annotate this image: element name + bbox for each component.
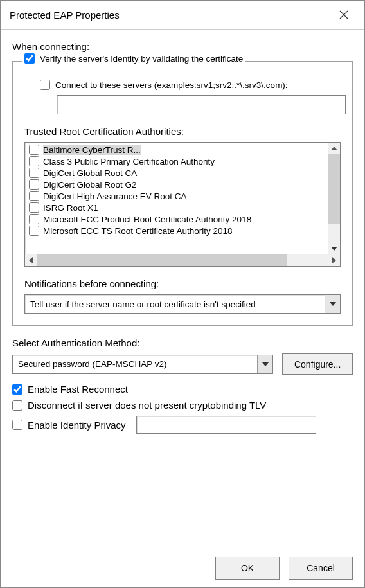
scroll-left-button[interactable] — [25, 254, 37, 266]
horizontal-scrollbar[interactable] — [25, 254, 340, 266]
configure-button-label: Configure... — [294, 359, 341, 370]
trusted-root-listbox[interactable]: Baltimore CyberTrust R...Class 3 Public … — [24, 142, 341, 267]
dialog-footer: OK Cancel — [12, 541, 353, 580]
trusted-root-item-label: DigiCert Global Root G2 — [43, 180, 137, 190]
trusted-root-list-inner: Baltimore CyberTrust R...Class 3 Public … — [25, 143, 340, 266]
trusted-root-item-checkbox[interactable] — [29, 179, 39, 190]
auth-method-dropdown[interactable]: Secured password (EAP-MSCHAP v2) — [12, 355, 273, 374]
trusted-root-item[interactable]: Microsoft ECC TS Root Certificate Author… — [25, 225, 340, 236]
disconnect-cryptobinding-label: Disconnect if server does not present cr… — [28, 400, 266, 411]
cancel-button-label: Cancel — [307, 563, 335, 573]
fast-reconnect-row: Enable Fast Reconnect — [12, 384, 353, 395]
trusted-root-item-checkbox[interactable] — [29, 156, 39, 166]
trusted-root-item-label: Class 3 Public Primary Certification Aut… — [43, 157, 215, 166]
trusted-root-item[interactable]: DigiCert Global Root G2 — [25, 179, 340, 190]
enable-identity-privacy-label: Enable Identity Privacy — [28, 420, 126, 431]
trusted-root-item[interactable]: DigiCert High Assurance EV Root CA — [25, 190, 340, 202]
notifications-dropdown[interactable]: Tell user if the server name or root cer… — [24, 294, 341, 314]
verify-group: Verify the server's identity by validati… — [12, 61, 353, 326]
auth-method-heading: Select Authentication Method: — [12, 337, 353, 348]
verify-legend: Verify the server's identity by validati… — [22, 53, 245, 64]
chevron-down-icon — [330, 302, 336, 306]
chevron-down-icon — [331, 247, 337, 251]
trusted-root-item-label: Microsoft ECC TS Root Certificate Author… — [43, 226, 233, 236]
connect-servers-input[interactable] — [57, 95, 346, 114]
trusted-root-item-label: DigiCert High Assurance EV Root CA — [43, 192, 187, 201]
auth-method-dropdown-button[interactable] — [257, 355, 272, 373]
chevron-right-icon — [332, 257, 336, 263]
trusted-root-item-checkbox[interactable] — [29, 226, 39, 236]
close-button[interactable] — [331, 6, 357, 24]
vertical-scrollbar-thumb[interactable] — [328, 154, 340, 224]
identity-privacy-input[interactable] — [136, 416, 316, 434]
identity-privacy-row: Enable Identity Privacy — [12, 416, 353, 434]
trusted-root-item-checkbox[interactable] — [29, 191, 39, 201]
notifications-dropdown-button[interactable] — [325, 295, 340, 313]
trusted-root-item-checkbox[interactable] — [29, 214, 39, 224]
ok-button-label: OK — [241, 563, 254, 573]
when-connecting-heading: When connecting: — [12, 41, 353, 52]
cancel-button[interactable]: Cancel — [289, 557, 353, 580]
chevron-up-icon — [331, 147, 337, 150]
enable-fast-reconnect-label: Enable Fast Reconnect — [28, 384, 128, 395]
disconnect-cryptobinding-checkbox[interactable] — [12, 400, 22, 411]
dialog-window: Protected EAP Properties When connecting… — [0, 0, 365, 588]
trusted-root-item-checkbox[interactable] — [29, 168, 39, 178]
scroll-down-button[interactable] — [328, 243, 340, 254]
notifications-dropdown-text: Tell user if the server name or root cer… — [25, 295, 325, 313]
verify-server-identity-checkbox[interactable] — [24, 53, 35, 64]
chevron-down-icon — [262, 362, 269, 366]
vertical-scrollbar[interactable] — [328, 143, 340, 254]
horizontal-scrollbar-track — [37, 254, 328, 266]
trusted-root-item-checkbox[interactable] — [29, 202, 39, 213]
scroll-right-button[interactable] — [328, 254, 340, 266]
notifications-heading: Notifications before connecting: — [24, 278, 341, 289]
auth-method-dropdown-text: Secured password (EAP-MSCHAP v2) — [13, 355, 257, 373]
trusted-root-item-label: Baltimore CyberTrust R... — [43, 145, 141, 155]
trusted-root-item[interactable]: Microsoft ECC Product Root Certificate A… — [25, 213, 340, 225]
auth-row: Secured password (EAP-MSCHAP v2) Configu… — [12, 353, 353, 375]
close-icon — [339, 10, 348, 19]
chevron-left-icon — [29, 257, 33, 263]
trusted-root-item-label: ISRG Root X1 — [43, 203, 98, 213]
scroll-up-button[interactable] — [328, 143, 340, 154]
trusted-root-item-checkbox[interactable] — [29, 145, 39, 155]
window-title: Protected EAP Properties — [10, 10, 120, 21]
connect-servers-checkbox[interactable] — [40, 80, 50, 90]
connect-servers-label: Connect to these servers (examples:srv1;… — [55, 80, 288, 90]
dialog-body: When connecting: Verify the server's ide… — [1, 30, 364, 587]
trusted-root-item[interactable]: Class 3 Public Primary Certification Aut… — [25, 156, 340, 167]
titlebar: Protected EAP Properties — [1, 1, 364, 30]
verify-server-identity-label: Verify the server's identity by validati… — [40, 54, 243, 64]
enable-identity-privacy-checkbox[interactable] — [12, 420, 22, 430]
trusted-root-item-label: DigiCert Global Root CA — [43, 168, 137, 178]
enable-fast-reconnect-checkbox[interactable] — [12, 384, 22, 395]
trusted-root-heading: Trusted Root Certification Authorities: — [24, 126, 341, 137]
configure-button[interactable]: Configure... — [282, 353, 353, 375]
trusted-root-item[interactable]: ISRG Root X1 — [25, 202, 340, 213]
horizontal-scrollbar-thumb[interactable] — [37, 254, 287, 266]
cryptobinding-row: Disconnect if server does not present cr… — [12, 400, 353, 411]
trusted-root-item[interactable]: Baltimore CyberTrust R... — [25, 144, 340, 156]
trusted-root-item[interactable]: DigiCert Global Root CA — [25, 167, 340, 179]
connect-servers-row: Connect to these servers (examples:srv1;… — [24, 80, 341, 90]
ok-button[interactable]: OK — [215, 557, 280, 580]
trusted-root-item-label: Microsoft ECC Product Root Certificate A… — [43, 215, 251, 224]
